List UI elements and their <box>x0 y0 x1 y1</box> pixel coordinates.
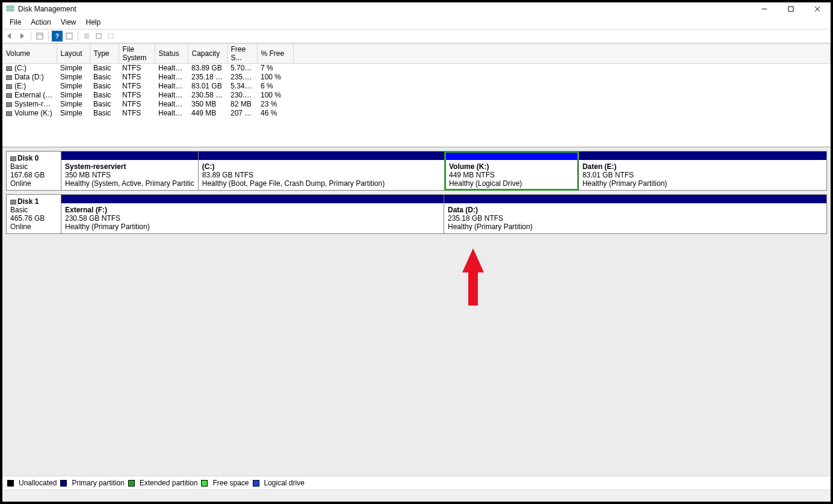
volume-layout: Simple <box>60 100 82 108</box>
menu-file[interactable]: File <box>5 17 26 28</box>
volume-status: Healthy ... <box>158 82 188 90</box>
refresh-button[interactable] <box>64 31 75 41</box>
disk-label[interactable]: Disk 0Basic167.68 GBOnline <box>6 151 61 191</box>
partition[interactable]: External (F:)230.58 GB NTFSHealthy (Prim… <box>61 195 444 233</box>
partition-sub: 235.18 GB NTFS <box>448 214 503 223</box>
partition[interactable]: Data (D:)235.18 GB NTFSHealthy (Primary … <box>444 195 826 233</box>
partition[interactable]: Daten (E:)83.01 GB NTFSHealthy (Primary … <box>578 152 826 190</box>
volume-type: Basic <box>93 100 111 108</box>
volume-pct: 6 % <box>261 82 273 90</box>
partition[interactable]: (C:)83.89 GB NTFSHealthy (Boot, Page Fil… <box>198 152 445 190</box>
svg-rect-9 <box>96 34 101 38</box>
col-volume[interactable]: Volume <box>2 44 57 64</box>
menu-action[interactable]: Action <box>26 17 55 28</box>
disk-icon <box>10 156 16 161</box>
volume-layout: Simple <box>60 64 82 72</box>
legend-primary: Primary partition <box>72 479 124 487</box>
volume-free: 230.19... <box>231 91 257 99</box>
volume-fs: NTFS <box>122 82 141 90</box>
volume-pct: 46 % <box>261 109 277 117</box>
show-hide-button[interactable] <box>34 31 45 41</box>
volume-row[interactable]: (C:)SimpleBasicNTFSHealthy ...83.89 GB5.… <box>2 64 831 73</box>
disk-type: Basic <box>10 206 28 214</box>
volume-free: 207 MB <box>231 109 255 117</box>
volume-capacity: 83.01 GB <box>191 82 222 90</box>
menu-view[interactable]: View <box>56 17 81 28</box>
partition-title: Daten (E:) <box>583 162 617 171</box>
minimize-button[interactable] <box>751 2 778 16</box>
legend-swatch-extended <box>128 480 135 487</box>
volume-row[interactable]: System-reservi...SimpleBasicNTFSHealthy … <box>2 100 831 109</box>
svg-rect-0 <box>7 6 14 8</box>
volume-fs: NTFS <box>122 100 141 108</box>
partition-sub: 350 MB NTFS <box>65 171 111 179</box>
partition-stripe <box>445 152 578 160</box>
forward-button[interactable] <box>17 31 28 41</box>
col-status[interactable]: Status <box>155 44 188 64</box>
col-capacity[interactable]: Capacity <box>188 44 227 64</box>
toolbar: ? <box>2 29 831 43</box>
partition-stripe <box>61 152 198 160</box>
close-button[interactable] <box>804 2 831 16</box>
menu-help[interactable]: Help <box>81 17 106 28</box>
volume-pct: 100 % <box>261 91 281 99</box>
disk-partitions: System-reserviert350 MB NTFSHealthy (Sys… <box>61 151 827 191</box>
volume-fs: NTFS <box>122 64 141 72</box>
graphical-view[interactable]: Disk 0Basic167.68 GBOnlineSystem-reservi… <box>2 147 831 476</box>
volume-status: Healthy ... <box>158 64 188 72</box>
partition[interactable]: Volume (K:)449 MB NTFSHealthy (Logical D… <box>445 152 578 190</box>
disk-label[interactable]: Disk 1Basic465.76 GBOnline <box>6 194 61 234</box>
volume-type: Basic <box>93 91 111 99</box>
disk-status: Online <box>10 223 31 231</box>
volume-free: 235.08... <box>231 73 257 81</box>
titlebar: Disk Management <box>2 2 831 16</box>
col-pctfree[interactable]: % Free <box>257 44 293 64</box>
disk-icon <box>10 200 16 204</box>
col-layout[interactable]: Layout <box>57 44 90 64</box>
partition-title: System-reserviert <box>65 162 126 171</box>
volume-fs: NTFS <box>122 73 141 81</box>
settings-button[interactable] <box>81 31 92 41</box>
volume-icon <box>6 84 12 89</box>
volume-pct: 23 % <box>261 100 277 108</box>
svg-rect-3 <box>788 7 793 11</box>
legend-unallocated: Unallocated <box>19 479 57 487</box>
svg-rect-1 <box>7 9 14 11</box>
volume-row[interactable]: Data (D:)SimpleBasicNTFSHealthy ...235.1… <box>2 73 831 82</box>
extra-button[interactable] <box>105 31 116 41</box>
col-free[interactable]: Free S... <box>227 44 257 64</box>
volume-name: Data (D:) <box>14 73 44 81</box>
properties-button[interactable] <box>93 31 104 41</box>
volume-row[interactable]: Volume (K:)SimpleBasicNTFSHealthy ...449… <box>2 109 831 118</box>
maximize-button[interactable] <box>778 2 804 16</box>
volume-capacity: 235.18 GB <box>191 73 226 81</box>
volume-list[interactable]: Volume Layout Type File System Status Ca… <box>2 43 831 147</box>
volume-free: 5.70 GB <box>231 64 257 72</box>
volume-icon <box>6 93 12 98</box>
volume-name: External (F:) <box>14 91 54 99</box>
col-type[interactable]: Type <box>90 44 119 64</box>
volume-name: Volume (K:) <box>14 109 52 117</box>
partition-health: Healthy (Primary Partition) <box>583 179 667 188</box>
volume-status: Healthy ... <box>158 109 188 117</box>
volume-status: Healthy ... <box>158 100 188 108</box>
help-button[interactable]: ? <box>52 31 63 41</box>
volume-row[interactable]: External (F:)SimpleBasicNTFSHealthy ...2… <box>2 91 831 100</box>
volume-pct: 100 % <box>261 73 281 81</box>
window-title: Disk Management <box>18 5 76 13</box>
partition-title: Data (D:) <box>448 206 478 214</box>
volume-status: Healthy ... <box>158 73 188 81</box>
back-button[interactable] <box>5 31 16 41</box>
volume-name: System-reservi... <box>14 100 57 108</box>
partition-sub: 230.58 GB NTFS <box>65 214 120 223</box>
partition-title: (C:) <box>202 162 215 171</box>
partition-health: Healthy (Primary Partition) <box>65 223 150 231</box>
partition-body: (C:)83.89 GB NTFSHealthy (Boot, Page Fil… <box>199 160 445 190</box>
partition[interactable]: System-reserviert350 MB NTFSHealthy (Sys… <box>61 152 198 190</box>
volume-row[interactable]: (E:)SimpleBasicNTFSHealthy ...83.01 GB5.… <box>2 82 831 91</box>
volume-fs: NTFS <box>122 109 141 117</box>
volume-header-row[interactable]: Volume Layout Type File System Status Ca… <box>2 44 831 64</box>
legend-extended: Extended partition <box>140 479 198 487</box>
col-fs[interactable]: File System <box>119 44 155 64</box>
svg-rect-10 <box>108 34 113 38</box>
